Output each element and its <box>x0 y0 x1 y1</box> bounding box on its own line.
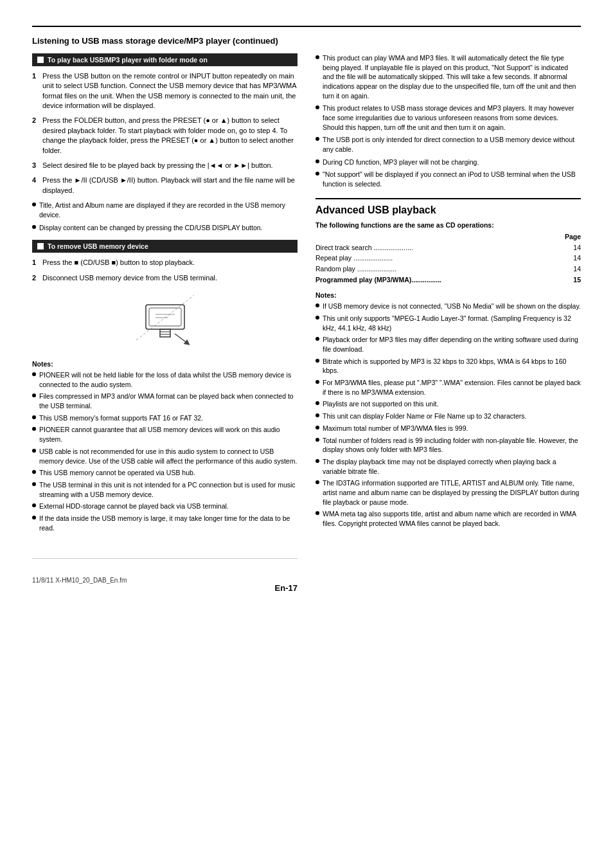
bullet-dot <box>32 503 36 507</box>
list-item: PIONEER cannot guarantee that all USB me… <box>32 425 298 444</box>
list-item: Title, Artist and Album name are display… <box>32 201 298 219</box>
page-number: En-17 <box>275 583 298 593</box>
svg-rect-1 <box>149 308 181 326</box>
remove-step-1: 1 Press the ■ (CD/USB ■) button to stop … <box>32 258 298 267</box>
bullet-dot <box>315 303 319 307</box>
box1-sub-bullets: Title, Artist and Album name are display… <box>32 201 298 232</box>
advanced-title: Advanced USB playback <box>315 204 581 216</box>
table-row: Programmed play (MP3/WMA)...............… <box>315 275 581 285</box>
right-notes-list: If USB memory device is not connected, "… <box>315 302 581 528</box>
list-item: During CD function, MP3 player will not … <box>315 158 581 167</box>
list-item: WMA meta tag also supports title, artist… <box>315 509 581 528</box>
table-row: Repeat play ..................... 14 <box>315 253 581 264</box>
bullet-dot <box>315 137 319 141</box>
table-row: Page <box>315 231 581 242</box>
box2-header: To remove USB memory device <box>32 240 298 253</box>
list-item: This product relates to USB mass storage… <box>315 104 581 132</box>
box1-icon <box>37 57 44 63</box>
table-row: Random play ..................... 14 <box>315 264 581 275</box>
bullet-dot <box>315 105 319 109</box>
list-item: "Not support" will be displayed if you c… <box>315 170 581 188</box>
bullet-dot <box>315 438 319 442</box>
bullet-dot <box>315 359 319 363</box>
list-item: Files compressed in MP3 and/or WMA forma… <box>32 392 298 410</box>
footer-info: 11/8/11 X-HM10_20_DAB_En.fm <box>32 577 127 584</box>
bullet-dot <box>315 316 319 320</box>
right-top-bullets: This product can play WMA and MP3 files.… <box>315 53 581 189</box>
list-item: PIONEER will not be held liable for the … <box>32 370 298 389</box>
right-notes-label: Notes: <box>315 291 581 299</box>
toc-table: Page Direct track search ...............… <box>315 231 581 285</box>
list-item: If the data inside the USB memory is lar… <box>32 514 298 532</box>
bullet-dot <box>32 372 36 376</box>
bullet-dot <box>315 401 319 405</box>
bullet-dot <box>315 159 319 163</box>
bullet-dot <box>32 393 36 397</box>
left-notes-label: Notes: <box>32 360 298 368</box>
list-item: USB cable is not recommended for use in … <box>32 447 298 466</box>
bullet-dot <box>32 470 36 474</box>
list-item: The ID3TAG information supported are TIT… <box>315 478 581 507</box>
list-item: External HDD-storage cannot be played ba… <box>32 502 298 511</box>
list-item: The USB port is only intended for direct… <box>315 135 581 154</box>
list-item: This unit only supports "MPEG-1 Audio La… <box>315 314 581 332</box>
bullet-dot <box>315 459 319 463</box>
bullet-dot <box>32 427 36 431</box>
bullet-dot <box>32 225 36 229</box>
list-item: Display content can be changed by pressi… <box>32 223 298 233</box>
list-item: Bitrate which is supported by MP3 is 32 … <box>315 357 581 375</box>
box2-icon <box>37 243 44 249</box>
list-item: The display playback time may not be dis… <box>315 457 581 476</box>
bullet-dot <box>32 415 36 419</box>
list-item: Playlists are not supported on this unit… <box>315 399 581 409</box>
bullet-dot <box>32 482 36 486</box>
bullet-dot <box>315 55 319 59</box>
svg-line-6 <box>175 334 188 343</box>
section-title: Listening to USB mass storage device/MP3… <box>32 36 581 47</box>
usb-device-svg <box>127 292 204 350</box>
list-item: This unit can display Folder Name or Fil… <box>315 411 581 421</box>
list-item: This product can play WMA and MP3 files.… <box>315 53 581 100</box>
bullet-dot <box>315 426 319 429</box>
bullet-dot <box>32 449 36 453</box>
step-2: 2 Press the FOLDER button, and press the… <box>32 116 298 156</box>
list-item: Playback order for MP3 files may differ … <box>315 335 581 354</box>
svg-rect-0 <box>146 305 184 329</box>
list-item: The USB terminal in this unit is not int… <box>32 480 298 499</box>
step-4: 4 Press the ►/II (CD/USB ►/II) button. P… <box>32 176 298 195</box>
step-3: 3 Select desired file to be played back … <box>32 161 298 170</box>
left-notes-list: PIONEER will not be held liable for the … <box>32 370 298 532</box>
step-1: 1 Press the USB button on the remote con… <box>32 71 298 111</box>
remove-step-2: 2 Disconnect USB memory device from the … <box>32 273 298 283</box>
bullet-dot <box>315 337 319 341</box>
bullet-dot <box>315 380 319 384</box>
list-item: This USB memory's format supports FAT 16… <box>32 413 298 423</box>
list-item: This USB memory cannot be operated via U… <box>32 468 298 478</box>
list-item: Total number of folders read is 99 inclu… <box>315 436 581 455</box>
list-item: If USB memory device is not connected, "… <box>315 302 581 311</box>
svg-rect-2 <box>160 329 170 337</box>
bullet-dot <box>315 413 319 417</box>
table-row: Direct track search ....................… <box>315 242 581 253</box>
following-label: The following functions are the same as … <box>315 221 581 229</box>
list-item: For MP3/WMA files, please put ".MP3" ".W… <box>315 378 581 397</box>
bullet-dot <box>315 480 319 484</box>
bullet-dot <box>32 516 36 520</box>
section-divider <box>315 198 581 199</box>
left-column: To play back USB/MP3 player with folder … <box>32 53 298 593</box>
bullet-dot <box>315 511 319 515</box>
bullet-dot <box>32 203 36 206</box>
list-item: Maximum total number of MP3/WMA files is… <box>315 424 581 433</box>
usb-illustration <box>32 292 298 351</box>
box1-header: To play back USB/MP3 player with folder … <box>32 53 298 66</box>
right-column: This product can play WMA and MP3 files.… <box>315 53 581 593</box>
bullet-dot <box>315 172 319 176</box>
